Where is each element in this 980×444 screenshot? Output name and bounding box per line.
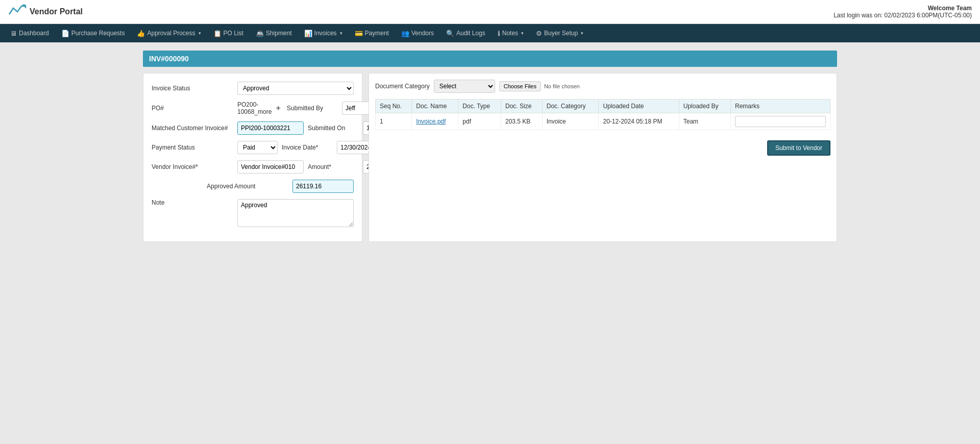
nav-invoices[interactable]: 📊 Invoices ▾ — [298, 24, 349, 42]
add-po-button[interactable]: + — [274, 104, 282, 112]
vendor-invoice-label: Vendor Invoice#* — [152, 163, 233, 170]
cell-uploaded-by: Team — [679, 113, 730, 130]
po-submitted-row: PO# PO200-10068_more + Submitted By — [152, 101, 354, 115]
welcome-area: Welcome Team Last login was on: 02/02/20… — [834, 5, 972, 19]
choose-files-button[interactable]: Choose Files — [499, 81, 541, 91]
matched-label: Matched Customer Invoice# — [152, 125, 233, 132]
nav-shipment[interactable]: 🚢 Shipment — [250, 24, 298, 42]
nav-approval-process-label: Approval Process — [147, 30, 195, 37]
nav-purchase-requests-label: Purchase Requests — [71, 30, 125, 37]
doc-category-select[interactable]: Select — [434, 80, 495, 93]
submitted-on-label: Submitted On — [308, 125, 359, 132]
invoice-status-row: Invoice Status Approved Pending Rejected — [152, 82, 354, 95]
vendors-icon: 👥 — [401, 30, 409, 37]
nav-payment-label: Payment — [365, 30, 389, 37]
nav-dashboard-label: Dashboard — [19, 30, 49, 37]
col-seq: Seq No. — [376, 100, 412, 113]
vendor-amount-row: Vendor Invoice#* Amount* — [152, 160, 354, 174]
app-title: Vendor Portal — [30, 7, 83, 16]
nav-vendors-label: Vendors — [411, 30, 434, 37]
nav-vendors[interactable]: 👥 Vendors — [395, 24, 440, 42]
page-content: INV#000090 Invoice Status Approved Pendi… — [133, 42, 847, 250]
audit-logs-icon: 🔍 — [446, 30, 454, 37]
note-textarea[interactable] — [237, 199, 354, 227]
payment-icon: 💳 — [355, 30, 363, 37]
doc-category-row: Document Category Select Choose Files No… — [375, 80, 830, 93]
nav-dashboard[interactable]: 🖥 Dashboard — [4, 24, 55, 42]
vendor-invoice-input[interactable] — [237, 160, 304, 174]
nav-payment[interactable]: 💳 Payment — [349, 24, 395, 42]
col-remarks: Remarks — [730, 100, 830, 113]
payment-status-select[interactable]: Paid Unpaid Pending — [237, 141, 278, 154]
buyer-setup-icon: ⚙ — [536, 30, 542, 37]
cell-doc-size: 203.5 KB — [501, 113, 542, 130]
notes-icon: ℹ — [498, 30, 500, 37]
shipment-icon: 🚢 — [256, 30, 264, 37]
doc-category-label: Document Category — [375, 83, 430, 90]
nav-purchase-requests[interactable]: 📄 Purchase Requests — [55, 24, 131, 42]
purchase-requests-icon: 📄 — [61, 30, 69, 37]
nav-audit-logs[interactable]: 🔍 Audit Logs — [440, 24, 492, 42]
invoice-id: INV#000090 — [149, 55, 189, 63]
top-bar: Vendor Portal Welcome Team Last login wa… — [0, 0, 980, 24]
po-row: PO200-10068_more + — [237, 101, 283, 115]
invoice-header: INV#000090 — [143, 51, 837, 67]
documents-table: Seq No. Doc. Name Doc. Type Doc. Size Do… — [375, 99, 830, 130]
po-label: PO# — [152, 105, 233, 112]
cell-uploaded-date: 20-12-2024 05:18 PM — [599, 113, 679, 130]
col-uploaded-by: Uploaded By — [679, 100, 730, 113]
invoice-date-label: Invoice Date* — [282, 144, 333, 151]
submitted-by-label: Submitted By — [287, 105, 338, 112]
nav-bar: 🖥 Dashboard 📄 Purchase Requests 👍 Approv… — [0, 24, 980, 42]
nav-buyer-setup-label: Buyer Setup — [544, 30, 578, 37]
invoices-icon: 📊 — [304, 30, 312, 37]
amount-label: Amount* — [308, 163, 359, 170]
nav-buyer-setup[interactable]: ⚙ Buyer Setup ▾ — [530, 24, 590, 42]
cell-seq: 1 — [376, 113, 412, 130]
logo-area: Vendor Portal — [8, 4, 83, 19]
file-input-area: Choose Files No file chosen — [499, 81, 580, 91]
matched-invoice-input[interactable] — [237, 121, 304, 135]
nav-audit-logs-label: Audit Logs — [456, 30, 485, 37]
payment-status-label: Payment Status — [152, 144, 233, 151]
po-list-icon: 📋 — [213, 30, 222, 37]
nav-po-list-label: PO List — [224, 30, 243, 37]
cell-remarks[interactable] — [730, 113, 830, 130]
approved-amount-input[interactable] — [292, 180, 354, 193]
last-login: Last login was on: 02/02/2023 6:00PM(UTC… — [834, 12, 972, 19]
dashboard-icon: 🖥 — [10, 30, 17, 37]
col-doc-category: Doc. Category — [542, 100, 599, 113]
approval-process-icon: 👍 — [137, 30, 145, 37]
right-bottom: Submit to Vendor — [375, 134, 830, 156]
po-value: PO200-10068_more — [237, 101, 272, 115]
left-panel: Invoice Status Approved Pending Rejected… — [143, 73, 362, 242]
note-label: Note — [152, 199, 233, 206]
notes-dropdown-arrow: ▾ — [521, 31, 524, 36]
welcome-message: Welcome Team — [834, 5, 972, 12]
nav-shipment-label: Shipment — [266, 30, 292, 37]
nav-notes[interactable]: ℹ Notes ▾ — [492, 24, 530, 42]
table-row: 1 Invoice.pdf pdf 203.5 KB Invoice 20-12… — [376, 113, 830, 130]
invoice-status-label: Invoice Status — [152, 85, 233, 92]
matched-submitted-on-row: Matched Customer Invoice# Submitted On — [152, 121, 354, 135]
col-uploaded-date: Uploaded Date — [599, 100, 679, 113]
col-doc-type: Doc. Type — [458, 100, 501, 113]
submit-to-vendor-button[interactable]: Submit to Vendor — [767, 140, 830, 156]
remarks-input[interactable] — [735, 116, 826, 127]
payment-invoice-date-row: Payment Status Paid Unpaid Pending Invoi… — [152, 141, 354, 154]
invoices-dropdown-arrow: ▾ — [340, 31, 342, 36]
approved-amount-row: Approved Amount — [152, 180, 354, 193]
nav-notes-label: Notes — [502, 30, 518, 37]
table-header-row: Seq No. Doc. Name Doc. Type Doc. Size Do… — [376, 100, 830, 113]
nav-approval-process[interactable]: 👍 Approval Process ▾ — [131, 24, 207, 42]
nav-po-list[interactable]: 📋 PO List — [207, 24, 250, 42]
col-doc-size: Doc. Size — [501, 100, 542, 113]
approval-dropdown-arrow: ▾ — [199, 31, 201, 36]
cell-doc-name[interactable]: Invoice.pdf — [412, 113, 458, 130]
main-layout: Invoice Status Approved Pending Rejected… — [143, 73, 837, 242]
invoice-status-select[interactable]: Approved Pending Rejected — [237, 82, 354, 95]
no-file-text: No file chosen — [544, 83, 580, 89]
nav-invoices-label: Invoices — [314, 30, 337, 37]
right-panel: Document Category Select Choose Files No… — [369, 73, 837, 242]
cell-doc-category: Invoice — [542, 113, 599, 130]
